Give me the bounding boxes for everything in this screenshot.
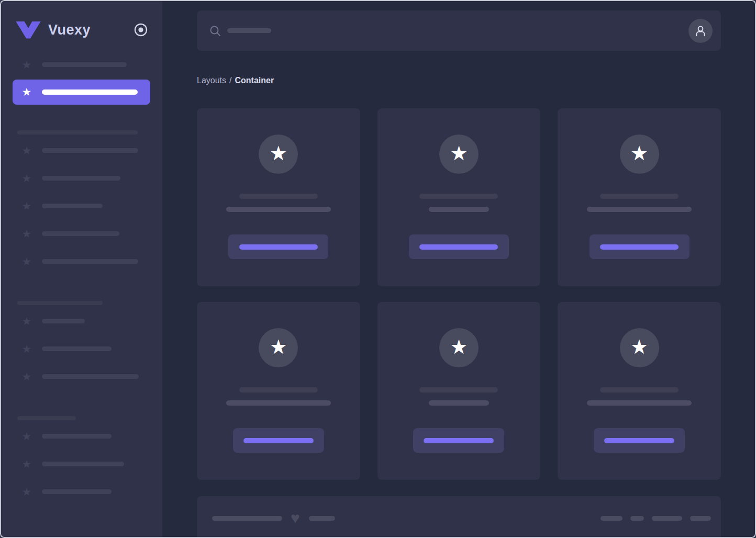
star-icon: ★ [21,371,32,383]
sidebar-item[interactable]: ★ [0,220,162,248]
menu-label-placeholder [42,148,138,153]
footer-left-group: ♥ [212,512,335,524]
app-window: Vuexy ★★★★★★★★★★★★★ Layouts [0,0,756,538]
search-icon [209,25,221,37]
menu-label-placeholder [42,231,119,236]
star-icon: ★ [21,486,32,498]
sidebar-item[interactable]: ★ [0,335,162,363]
button-label-placeholder [604,438,674,443]
heart-icon: ♥ [291,512,300,524]
footer-right-group [601,512,711,524]
sidebar-item[interactable]: ★ [0,248,162,275]
star-icon: ★ [21,173,32,184]
footer-card: ♥ [197,496,721,538]
placeholder-card: ★ [558,302,721,480]
card-button[interactable] [594,428,685,453]
button-label-placeholder [239,244,318,250]
sidebar-item-active[interactable]: ★ [13,80,150,105]
placeholder-card: ★ [197,302,360,480]
breadcrumb: Layouts / Container [197,76,721,85]
star-icon: ★ [450,337,468,358]
sidebar-item[interactable]: ★ [0,450,162,478]
card-title-placeholder [600,194,679,199]
user-avatar-button[interactable] [688,19,713,43]
footer-link-placeholder[interactable] [652,516,682,521]
star-icon: ★ [21,228,32,240]
card-avatar-circle: ★ [439,134,479,174]
star-icon: ★ [21,59,32,71]
card-title-placeholder [419,387,498,393]
search-placeholder-bar [227,28,271,33]
card-title-placeholder [600,387,679,393]
card-avatar-circle: ★ [620,134,659,174]
card-grid: ★★★★★★ [197,108,721,480]
card-subtitle-placeholder [587,207,692,212]
card-button[interactable] [228,234,328,259]
star-icon: ★ [21,200,32,212]
card-button[interactable] [233,428,324,453]
card-avatar-circle: ★ [259,328,298,367]
star-icon: ★ [21,145,32,156]
menu-label-placeholder [42,319,85,323]
star-icon: ★ [21,86,32,98]
section-label-placeholder [17,301,103,305]
star-icon: ★ [270,337,287,358]
card-button[interactable] [590,234,690,259]
card-avatar-circle: ★ [620,328,659,367]
menu-label-placeholder [42,434,112,439]
sidebar-item[interactable]: ★ [0,192,162,220]
person-icon [694,24,707,38]
star-icon: ★ [630,337,648,358]
menu-pin-toggle-icon[interactable] [134,23,148,37]
card-title-placeholder [239,387,318,393]
card-subtitle-placeholder [226,400,331,406]
sidebar-item[interactable]: ★ [0,137,162,164]
placeholder-card: ★ [558,108,721,286]
card-title-placeholder [419,194,498,199]
main-content: Layouts / Container ★★★★★★ ♥ [162,0,756,538]
search-input[interactable] [197,10,721,51]
footer-text-placeholder [309,516,335,521]
button-label-placeholder [419,244,498,250]
footer-text-placeholder [212,516,282,521]
sidebar-item[interactable]: ★ [0,478,162,506]
button-label-placeholder [600,244,679,250]
menu-label-placeholder [42,89,138,95]
sidebar-item[interactable]: ★ [0,164,162,192]
card-button[interactable] [413,428,504,453]
breadcrumb-layouts[interactable]: Layouts [197,76,226,85]
star-icon: ★ [21,431,32,442]
menu-label-placeholder [42,204,103,208]
star-icon: ★ [270,143,287,165]
sidebar-nav: ★★★★★★★★★★★★★ [0,51,162,506]
section-label-placeholder [17,416,76,420]
menu-label-placeholder [42,259,138,264]
sidebar-header: Vuexy [0,0,162,51]
breadcrumb-separator: / [229,76,231,85]
footer-link-placeholder[interactable] [690,516,711,521]
menu-label-placeholder [42,374,139,379]
sidebar-item[interactable]: ★ [0,422,162,450]
menu-label-placeholder [42,489,112,494]
menu-label-placeholder [42,346,112,351]
star-icon: ★ [21,316,32,327]
placeholder-card: ★ [197,108,360,286]
star-icon: ★ [450,143,468,165]
card-avatar-circle: ★ [439,328,479,367]
card-subtitle-placeholder [226,207,331,212]
footer-link-placeholder[interactable] [630,516,644,521]
star-icon: ★ [21,458,32,470]
menu-label-placeholder [42,462,124,466]
star-icon: ★ [21,343,32,355]
footer-link-placeholder[interactable] [601,516,622,521]
card-title-placeholder [239,194,318,199]
breadcrumb-current: Container [235,76,274,85]
sidebar-item[interactable]: ★ [0,51,162,79]
sidebar-item[interactable]: ★ [0,307,162,335]
card-button[interactable] [409,234,509,259]
card-subtitle-placeholder [587,400,692,406]
sidebar: Vuexy ★★★★★★★★★★★★★ [0,0,162,538]
button-label-placeholder [243,438,314,443]
section-label-placeholder [17,130,138,134]
sidebar-item[interactable]: ★ [0,363,162,390]
